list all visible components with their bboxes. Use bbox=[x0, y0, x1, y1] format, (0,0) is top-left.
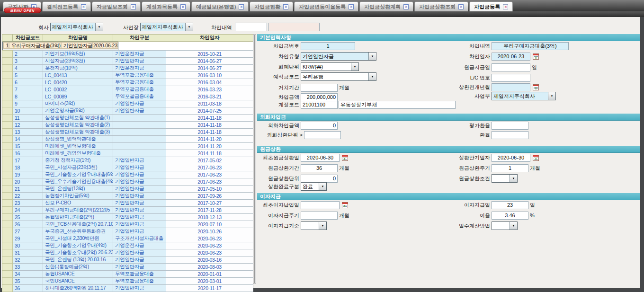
table-cell-selcol[interactable] bbox=[2, 200, 13, 207]
table-row[interactable]: 22농협장기차입금(5억)기업일반자금2017-09-26 bbox=[2, 193, 253, 200]
table-cell-type[interactable]: 무역포괄금융대출 bbox=[113, 72, 166, 79]
table-cell-date[interactable]: 2017-05-10 bbox=[166, 186, 253, 193]
table-cell-type[interactable]: 무역포괄금융대출 bbox=[113, 86, 166, 93]
table-row[interactable]: 5LC_00413무역포괄금융대출2016-03-10 bbox=[2, 72, 253, 79]
table-cell-name[interactable]: 우리구매자금대출(2억)221205 bbox=[43, 207, 113, 214]
table-cell-date[interactable]: 2018-12-13 bbox=[166, 214, 253, 221]
repay-restart-field[interactable] bbox=[492, 83, 530, 91]
currency-select[interactable]: KRW(₩)▼ bbox=[301, 62, 359, 71]
table-cell-code[interactable]: 33 bbox=[13, 264, 43, 271]
table-cell-date[interactable]: 2017-06-23 bbox=[166, 164, 253, 171]
calendar-icon[interactable] bbox=[533, 84, 539, 90]
table-cell-type[interactable]: 기업일반자금 bbox=[113, 157, 166, 164]
table-cell-type[interactable]: 무역포괄금융대출 bbox=[113, 278, 166, 285]
table-cell-code[interactable]: 15 bbox=[13, 143, 43, 150]
table-cell-name[interactable]: 농협USANCE bbox=[43, 271, 113, 278]
table-cell-code[interactable]: 23 bbox=[13, 200, 43, 207]
table-cell-selcol[interactable] bbox=[2, 257, 13, 264]
table-cell-selcol[interactable] bbox=[2, 271, 13, 278]
table-cell-selcol[interactable] bbox=[2, 143, 13, 150]
table-row[interactable]: 36하나대출260백만원 20.11.17기업일반자금2020-11-17 bbox=[2, 285, 253, 292]
table-row[interactable]: 17중기청 정책자금(1억)기업일반자금2017-05-02 bbox=[2, 157, 253, 164]
table-cell-code[interactable]: 1 bbox=[4, 42, 9, 49]
tab-10[interactable]: 차입금등록✕ bbox=[469, 1, 513, 11]
close-icon[interactable]: ✕ bbox=[180, 4, 186, 9]
table-cell-date[interactable]: 2016-03-23 bbox=[166, 86, 253, 93]
table-cell-selcol[interactable] bbox=[2, 249, 13, 257]
table-cell-selcol[interactable] bbox=[2, 221, 13, 228]
table-row[interactable]: 9마이너스(3억)기업일반자금2011-03-18 bbox=[2, 100, 253, 107]
table-cell-selcol[interactable] bbox=[2, 193, 13, 200]
table-cell-type[interactable] bbox=[113, 136, 166, 143]
loan-date-field[interactable] bbox=[492, 53, 530, 61]
table-cell-name[interactable]: 국민_우수기술기업신용대출(4억) bbox=[43, 178, 113, 186]
tab-3[interactable]: 자금일보조회✕ bbox=[92, 1, 141, 11]
interest-cycle-field[interactable] bbox=[301, 212, 338, 220]
table-row[interactable]: 30국민_기술창조기업우대(4억)기업운전자금2020-06-23 bbox=[2, 242, 253, 249]
table-cell-selcol[interactable] bbox=[2, 228, 13, 235]
table-cell-type[interactable]: 기업일반자금 bbox=[113, 264, 166, 271]
table-row[interactable]: 35국민USANCE무역포괄금융대출2020-03-01 bbox=[2, 278, 253, 285]
table-cell-code[interactable]: 29 bbox=[13, 235, 43, 242]
table-cell-date[interactable]: 2014-06-27 bbox=[166, 58, 253, 65]
close-icon[interactable]: ✕ bbox=[503, 4, 508, 9]
table-cell-date[interactable]: 2014-11-18 bbox=[166, 129, 253, 136]
table-cell-date[interactable]: 2016-03-10 bbox=[166, 72, 253, 79]
table-cell-name[interactable]: 신한(-)통장예금(2억) bbox=[43, 264, 113, 271]
table-cell-type[interactable]: 기업일반자금 bbox=[113, 107, 166, 115]
repay-period-field[interactable] bbox=[301, 164, 338, 172]
table-cell-selcol[interactable] bbox=[2, 214, 13, 221]
table-row[interactable]: 31국민_기술창조우대(2억) 20.6.23기업일반자금2020-06-23 bbox=[2, 249, 253, 257]
interest-rate-field[interactable] bbox=[492, 212, 528, 220]
table-row[interactable]: 13삼성생명단체보험 약관대출(3)2014-11-18 bbox=[2, 129, 253, 136]
table-cell-code[interactable]: 10 bbox=[13, 107, 43, 115]
table-cell-name[interactable]: 삼성생명단체보험 약관대출(2) bbox=[43, 122, 113, 129]
table-row[interactable]: 23신보 P-CBO기업일반자금2017-10-27 bbox=[2, 200, 253, 207]
table-cell-code[interactable]: 8 bbox=[13, 93, 43, 100]
account-name-field[interactable] bbox=[339, 101, 456, 109]
close-icon[interactable]: ✕ bbox=[81, 4, 86, 9]
table-row[interactable]: 24우리구매자금대출(2억)221205기업일반자금2017-11-28 bbox=[2, 207, 253, 214]
grace-period-field[interactable] bbox=[301, 84, 338, 92]
table-cell-date[interactable]: 2014-11-20 bbox=[166, 136, 253, 143]
repay-condition-select[interactable]: ▼ bbox=[492, 174, 518, 183]
table-cell-selcol[interactable] bbox=[2, 242, 13, 249]
col-header-code[interactable]: 차입금코드 bbox=[13, 35, 43, 42]
table-cell-name[interactable]: LC_00420 bbox=[43, 79, 113, 86]
table-cell-code[interactable]: 2 bbox=[13, 51, 43, 58]
table-cell-date[interactable]: 2016-03-21 bbox=[166, 93, 253, 100]
table-row[interactable]: 10기업운영자금(6억)기업일반자금2014-07-25 bbox=[2, 107, 253, 115]
tab-8[interactable]: 차입금상환계획✕ bbox=[359, 1, 413, 11]
table-cell-selcol[interactable] bbox=[2, 86, 13, 93]
table-row[interactable]: 27부국증권_선순위유동화증권기업일반자금2020-10-26 bbox=[2, 228, 253, 235]
table-cell-selcol[interactable] bbox=[2, 100, 13, 107]
table-cell-date[interactable]: 2020-01-01 bbox=[166, 271, 253, 278]
table-cell-code[interactable]: 9 bbox=[13, 100, 43, 107]
table-scrollbar[interactable] bbox=[253, 34, 256, 284]
table-cell-name[interactable]: 국민_온랜딩 (13억) 20.03.16 bbox=[43, 257, 113, 264]
table-row[interactable]: 34농협USANCE무역포괄금융대출2020-01-01 bbox=[2, 271, 253, 278]
table-row[interactable]: 20국민_우수기술기업신용대출(4억)기업일반자금2017-06-23 bbox=[2, 178, 253, 186]
table-cell-type[interactable]: 구조개선시설자금대출 bbox=[113, 235, 166, 242]
table-cell-type[interactable]: 기업일반자금 bbox=[113, 228, 166, 235]
table-cell-selcol[interactable] bbox=[2, 207, 13, 214]
maturity-date-field[interactable] bbox=[492, 154, 530, 162]
table-cell-type[interactable]: 무역포괄금융대출 bbox=[113, 271, 166, 278]
table-row[interactable]: 14삼성생명_변액약관대출2014-11-20 bbox=[2, 136, 253, 143]
table-cell-type[interactable]: 기업일반자금 bbox=[113, 221, 166, 228]
table-cell-code[interactable]: 18 bbox=[13, 164, 43, 171]
calendar-icon[interactable] bbox=[533, 155, 539, 161]
table-cell-type[interactable] bbox=[113, 150, 166, 157]
table-cell-date[interactable]: 2015-10-21 bbox=[166, 51, 253, 58]
table-cell-selcol[interactable] bbox=[2, 186, 13, 193]
table-cell-selcol[interactable] bbox=[2, 264, 13, 271]
loan-desc-filter-input[interactable] bbox=[235, 23, 267, 31]
table-cell-date[interactable]: 2020-08-03 bbox=[166, 264, 253, 271]
table-cell-name[interactable]: 삼성생명단체보험 약관대출(1) bbox=[43, 115, 113, 122]
table-cell-date[interactable]: 2014-11-18 bbox=[166, 150, 253, 157]
repay-unit-field[interactable] bbox=[301, 175, 338, 183]
table-row[interactable]: 33신한(-)통장예금(2억)기업일반자금2020-08-03 bbox=[2, 264, 253, 271]
table-row[interactable]: 4운전자금(10억)기업운전자금2014-06-27 bbox=[2, 65, 253, 72]
table-cell-date[interactable]: 2017-10-27 bbox=[166, 200, 253, 207]
table-cell-name[interactable]: 시설자금(23억3천) bbox=[43, 58, 113, 65]
